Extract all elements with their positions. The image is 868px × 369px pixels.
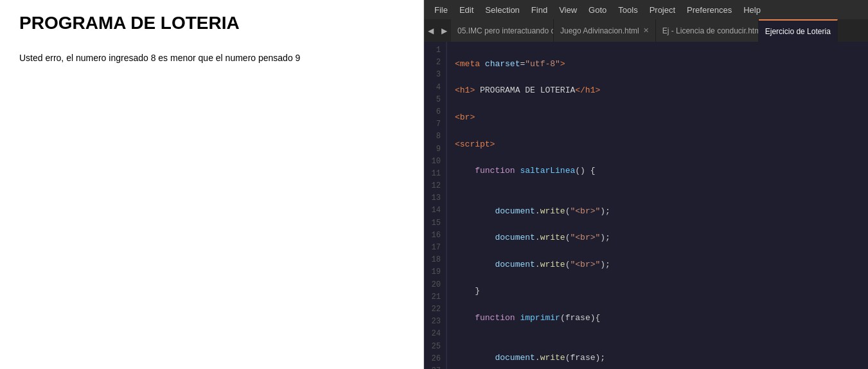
tab-juego[interactable]: Juego Adivinacion.html ✕: [554, 19, 656, 42]
code-line-3: <br>: [455, 111, 868, 125]
ln-16: 16: [427, 230, 441, 242]
code-line-4: <script>: [455, 138, 868, 152]
line-numbers: 1 2 3 4 5 6 7 8 9 10 11 12 13 14 15 16 1…: [424, 42, 447, 369]
ln-23: 23: [427, 316, 441, 328]
code-area[interactable]: 1 2 3 4 5 6 7 8 9 10 11 12 13 14 15 16 1…: [424, 42, 868, 369]
code-line-13: document.write(frase);: [455, 352, 868, 365]
tab-imc[interactable]: 05.IMC pero interactuando con usuario.h: [451, 19, 554, 42]
menu-tools[interactable]: Tools: [613, 3, 642, 17]
tab-licencia-label: Ej - Licencia de conducir.html: [662, 26, 759, 35]
ln-20: 20: [427, 279, 441, 291]
code-line-9: document.write("<br>");: [455, 258, 868, 272]
ln-14: 14: [427, 204, 441, 217]
ln-6: 6: [427, 106, 441, 118]
ln-2: 2: [427, 57, 441, 69]
code-line-2: <h1> PROGRAMA DE LOTERIA</h1>: [455, 84, 868, 98]
ln-4: 4: [427, 82, 441, 94]
menu-view[interactable]: View: [554, 3, 582, 17]
tab-loteria[interactable]: Ejercicio de Loteria: [759, 19, 838, 42]
ln-5: 5: [427, 94, 441, 106]
ln-27: 27: [427, 365, 441, 369]
ln-15: 15: [427, 217, 441, 230]
menu-selection[interactable]: Selection: [480, 3, 524, 17]
ln-21: 21: [427, 291, 441, 303]
ln-1: 1: [427, 44, 441, 57]
tab-licencia[interactable]: Ej - Licencia de conducir.html ✕: [656, 19, 759, 42]
ln-25: 25: [427, 341, 441, 353]
ln-8: 8: [427, 130, 441, 143]
ln-19: 19: [427, 266, 441, 278]
ln-24: 24: [427, 328, 441, 340]
ln-3: 3: [427, 69, 441, 81]
tab-imc-label: 05.IMC pero interactuando con usuario.h: [457, 26, 554, 35]
editor-panel: File Edit Selection Find View Goto Tools…: [424, 0, 868, 369]
code-line-8: document.write("<br>");: [455, 231, 868, 245]
menu-help[interactable]: Help: [738, 3, 766, 17]
ln-26: 26: [427, 353, 441, 365]
ln-17: 17: [427, 242, 441, 254]
tab-juego-close[interactable]: ✕: [643, 26, 649, 35]
ln-11: 11: [427, 168, 441, 180]
menu-preferences[interactable]: Preferences: [682, 3, 737, 17]
menu-find[interactable]: Find: [526, 3, 553, 17]
output-text: Usted erro, el numero ingresado 8 es men…: [19, 53, 404, 63]
code-line-10: }: [455, 285, 868, 298]
ln-18: 18: [427, 254, 441, 266]
page-title: PROGRAMA DE LOTERIA: [19, 13, 404, 33]
code-line-1: <meta charset="utf-8">: [455, 58, 868, 71]
tab-loteria-label: Ejercicio de Loteria: [765, 27, 831, 36]
menu-project[interactable]: Project: [644, 3, 680, 17]
code-line-7: document.write("<br>");: [455, 205, 868, 219]
tab-nav-next[interactable]: ▶: [438, 19, 451, 42]
code-line-11: function imprimir(frase){: [455, 312, 868, 325]
code-content: <meta charset="utf-8"> <h1> PROGRAMA DE …: [447, 42, 868, 369]
menu-edit[interactable]: Edit: [454, 3, 479, 17]
ln-7: 7: [427, 118, 441, 130]
menu-file[interactable]: File: [429, 3, 453, 17]
menu-goto[interactable]: Goto: [583, 3, 612, 17]
menu-bar: File Edit Selection Find View Goto Tools…: [424, 0, 868, 19]
browser-panel: PROGRAMA DE LOTERIA Usted erro, el numer…: [0, 0, 424, 369]
ln-10: 10: [427, 156, 441, 168]
code-line-5: function saltarLinea() {: [455, 165, 868, 178]
tab-juego-label: Juego Adivinacion.html: [560, 26, 639, 35]
ln-12: 12: [427, 180, 441, 192]
ln-13: 13: [427, 192, 441, 204]
ln-9: 9: [427, 143, 441, 156]
ln-22: 22: [427, 303, 441, 316]
tabs-bar: ◀ ▶ 05.IMC pero interactuando con usuari…: [424, 19, 868, 42]
tab-nav-prev[interactable]: ◀: [424, 19, 438, 42]
